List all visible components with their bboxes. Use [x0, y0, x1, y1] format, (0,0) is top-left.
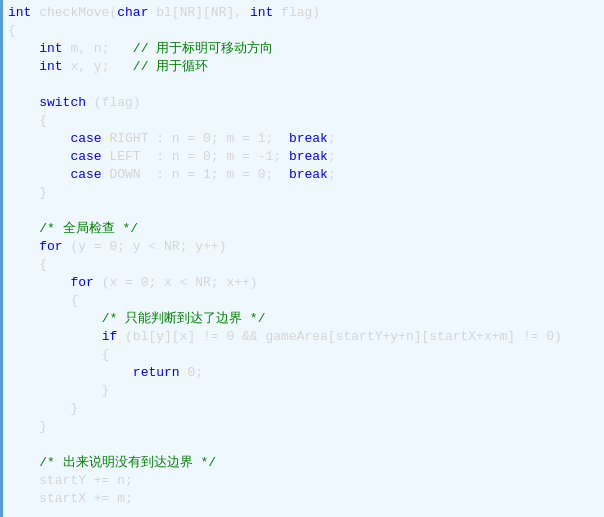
code-line-20: {: [0, 346, 604, 364]
left-border: [0, 0, 3, 517]
code-line-6: switch (flag): [0, 94, 604, 112]
code-line-18: /* 只能判断到达了边界 */: [0, 310, 604, 328]
code-line-22: }: [0, 382, 604, 400]
code-line-1: int checkMove(char bl[NR][NR], int flag): [0, 4, 604, 22]
code-line-16: for (x = 0; x < NR; x++): [0, 274, 604, 292]
code-line-29: [0, 508, 604, 517]
code-line-9: case LEFT : n = 0; m = -1; break;: [0, 148, 604, 166]
code-line-24: }: [0, 418, 604, 436]
code-line-5: [0, 76, 604, 94]
code-line-15: {: [0, 256, 604, 274]
code-line-11: }: [0, 184, 604, 202]
code-line-21: return 0;: [0, 364, 604, 382]
code-line-7: {: [0, 112, 604, 130]
code-line-23: }: [0, 400, 604, 418]
code-line-8: case RIGHT : n = 0; m = 1; break;: [0, 130, 604, 148]
code-line-28: startX += m;: [0, 490, 604, 508]
code-line-12: [0, 202, 604, 220]
code-line-10: case DOWN : n = 1; m = 0; break;: [0, 166, 604, 184]
code-container: int checkMove(char bl[NR][NR], int flag)…: [0, 0, 604, 517]
code-line-19: if (bl[y][x] != 0 && gameArea[startY+y+n…: [0, 328, 604, 346]
code-line-14: for (y = 0; y < NR; y++): [0, 238, 604, 256]
code-line-26: /* 出来说明没有到达边界 */: [0, 454, 604, 472]
code-line-13: /* 全局检查 */: [0, 220, 604, 238]
code-line-4: int x, y; // 用于循环: [0, 58, 604, 76]
code-line-17: {: [0, 292, 604, 310]
code-line-27: startY += n;: [0, 472, 604, 490]
code-line-25: [0, 436, 604, 454]
code-line-2: {: [0, 22, 604, 40]
code-line-3: int m, n; // 用于标明可移动方向: [0, 40, 604, 58]
